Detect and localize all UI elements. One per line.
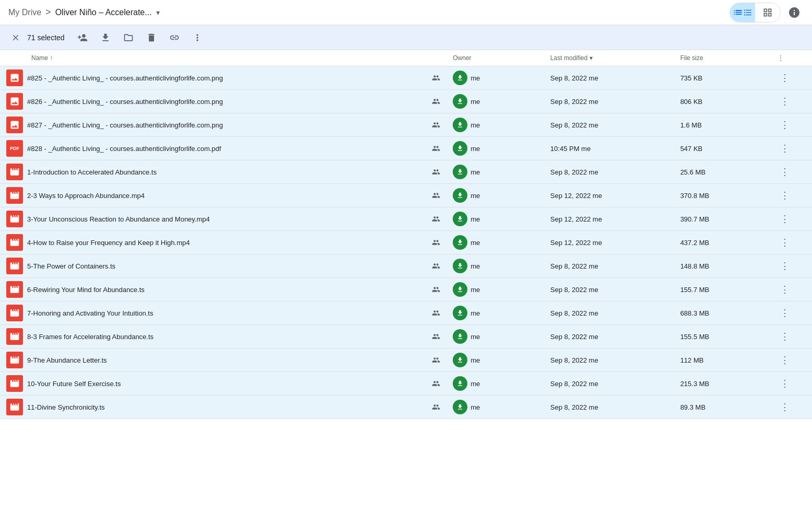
image-file-icon (6, 117, 23, 133)
download-badge (453, 400, 467, 414)
file-size-cell: 112 MB (674, 349, 772, 372)
download-badge (453, 306, 467, 320)
add-person-icon (77, 32, 88, 43)
row-more-button[interactable]: ⋮ (778, 141, 792, 156)
modified-column-header[interactable]: Last modified ▾ (544, 50, 674, 66)
my-drive-link[interactable]: My Drive (8, 8, 41, 17)
shared-icon (432, 121, 440, 129)
file-name-cell: 3-Your Unconscious Reaction to Abundance… (0, 207, 446, 230)
row-more-button[interactable]: ⋮ (778, 400, 792, 414)
file-size-cell: 437.2 MB (674, 231, 772, 254)
table-row[interactable]: #825 - _Authentic Living_ - courses.auth… (0, 66, 812, 90)
table-row[interactable]: 4-How to Raise your Frequency and Keep i… (0, 231, 812, 254)
shared-icon (432, 379, 440, 388)
row-more-button[interactable]: ⋮ (778, 282, 792, 297)
owner-name: me (470, 239, 480, 247)
file-name-cell: 2-3 Ways to Approach Abundance.mp4 (0, 184, 446, 207)
shared-icon (432, 332, 440, 341)
file-name-cell: 10-Your Future Self Exercise.ts (0, 372, 446, 395)
row-more-button[interactable]: ⋮ (778, 259, 792, 273)
table-row[interactable]: 1-Introduction to Accelerated Abundance.… (0, 160, 812, 184)
file-name: 9-The Abundance Letter.ts (27, 356, 426, 364)
table-row[interactable]: #826 - _Authentic Living_ - courses.auth… (0, 90, 812, 113)
table-row[interactable]: 3-Your Unconscious Reaction to Abundance… (0, 207, 812, 231)
row-more-button[interactable]: ⋮ (778, 118, 792, 132)
table-row[interactable]: 8-3 Frames for Accelerating Abundance.ts… (0, 325, 812, 349)
row-actions-cell: ⋮ (771, 113, 812, 137)
shared-icon (432, 144, 440, 153)
owner-column-header[interactable]: Owner (446, 50, 544, 66)
download-badge (453, 212, 467, 226)
download-small-icon (456, 215, 464, 223)
file-name-cell: 8-3 Frames for Accelerating Abundance.ts (0, 325, 446, 348)
owner-cell: me (446, 160, 544, 184)
shared-icon (432, 97, 440, 106)
download-small-icon (456, 145, 464, 152)
table-row[interactable]: 5-The Power of Containers.ts me Sep 8, 2… (0, 254, 812, 278)
download-badge (453, 118, 467, 132)
table-row[interactable]: PDF #828 - _Authentic Living_ - courses.… (0, 137, 812, 160)
info-button[interactable] (785, 3, 804, 22)
download-badge (453, 376, 467, 391)
table-row[interactable]: 6-Rewiring Your Mind for Abundance.ts me… (0, 278, 812, 301)
row-actions-cell: ⋮ (771, 325, 812, 349)
size-column-header[interactable]: File size (674, 50, 772, 66)
row-actions-cell: ⋮ (771, 301, 812, 325)
link-icon (169, 32, 180, 43)
delete-icon (146, 32, 157, 43)
owner-name: me (470, 262, 480, 270)
row-actions-cell: ⋮ (771, 231, 812, 254)
owner-name: me (470, 356, 480, 364)
file-table-body: #825 - _Authentic Living_ - courses.auth… (0, 66, 812, 419)
row-actions-cell: ⋮ (771, 254, 812, 278)
shared-icon (432, 191, 440, 200)
owner-cell: me (446, 231, 544, 254)
grid-view-button[interactable] (755, 3, 780, 22)
table-row[interactable]: #827 - _Authentic Living_ - courses.auth… (0, 113, 812, 137)
table-row[interactable]: 2-3 Ways to Approach Abundance.mp4 me Se… (0, 184, 812, 207)
modified-cell: Sep 8, 2022 me (544, 372, 674, 396)
file-size-cell: 688.3 MB (674, 301, 772, 325)
delete-button[interactable] (142, 28, 161, 47)
table-row[interactable]: 9-The Abundance Letter.ts me Sep 8, 2022… (0, 349, 812, 372)
table-row[interactable]: 10-Your Future Self Exercise.ts me Sep 8… (0, 372, 812, 396)
row-more-button[interactable]: ⋮ (778, 376, 792, 391)
download-small-icon (456, 98, 464, 105)
selection-toolbar: 71 selected (0, 25, 812, 50)
table-row[interactable]: 7-Honoring and Activating Your Intuition… (0, 301, 812, 325)
add-person-button[interactable] (73, 28, 92, 47)
video-file-icon (6, 305, 23, 321)
owner-name: me (470, 380, 480, 388)
download-button[interactable] (96, 28, 115, 47)
download-badge (453, 165, 467, 179)
download-badge (453, 282, 467, 297)
row-more-button[interactable]: ⋮ (778, 212, 792, 226)
modified-cell: Sep 8, 2022 me (544, 66, 674, 90)
owner-name: me (470, 333, 480, 341)
row-more-button[interactable]: ⋮ (778, 329, 792, 344)
row-actions-cell: ⋮ (771, 90, 812, 113)
video-file-icon (6, 234, 23, 251)
row-more-button[interactable]: ⋮ (778, 235, 792, 250)
file-name: 3-Your Unconscious Reaction to Abundance… (27, 215, 426, 223)
name-column-header[interactable]: Name ↑ (0, 50, 446, 66)
more-actions-button[interactable] (188, 28, 207, 47)
row-more-button[interactable]: ⋮ (778, 188, 792, 203)
pdf-file-icon: PDF (6, 140, 23, 157)
row-more-button[interactable]: ⋮ (778, 94, 792, 109)
row-more-button[interactable]: ⋮ (778, 353, 792, 367)
modified-cell: Sep 8, 2022 me (544, 254, 674, 278)
table-row[interactable]: 11-Divine Synchronicity.ts me Sep 8, 202… (0, 396, 812, 419)
move-button[interactable] (119, 28, 138, 47)
row-more-button[interactable]: ⋮ (778, 306, 792, 320)
modified-cell: Sep 8, 2022 me (544, 160, 674, 184)
row-more-button[interactable]: ⋮ (778, 71, 792, 85)
deselect-button[interactable] (8, 30, 23, 45)
folder-dropdown-arrow[interactable]: ▾ (156, 8, 160, 17)
get-link-button[interactable] (165, 28, 184, 47)
list-view-button[interactable] (730, 3, 755, 22)
owner-cell: me (446, 207, 544, 231)
file-size-cell: 155.7 MB (674, 278, 772, 301)
file-name: #826 - _Authentic Living_ - courses.auth… (27, 98, 426, 106)
row-more-button[interactable]: ⋮ (778, 165, 792, 179)
